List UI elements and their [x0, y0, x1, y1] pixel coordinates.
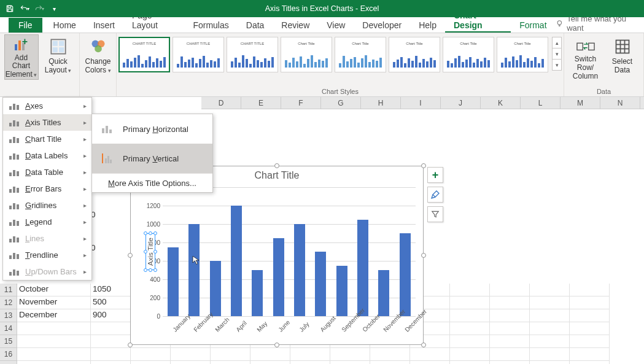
- col-header-N[interactable]: N: [600, 97, 640, 109]
- row-header-15[interactable]: 15: [0, 335, 17, 348]
- tab-format[interactable]: Format: [511, 18, 555, 33]
- cell[interactable]: December: [17, 309, 91, 322]
- cell[interactable]: [530, 296, 570, 309]
- resize-handle[interactable]: [421, 253, 426, 258]
- menu-chart-title[interactable]: Chart Title▸: [3, 131, 91, 147]
- cell[interactable]: [530, 322, 570, 335]
- bar-april[interactable]: [231, 206, 242, 316]
- tab-developer[interactable]: Developer: [354, 18, 410, 33]
- bar-november[interactable]: [378, 270, 389, 316]
- cell[interactable]: [490, 335, 530, 348]
- cell[interactable]: [530, 335, 570, 348]
- cell[interactable]: [17, 322, 91, 335]
- cell[interactable]: [370, 348, 410, 361]
- submenu-more-options[interactable]: More Axis Title Options...: [92, 174, 212, 192]
- resize-handle[interactable]: [128, 253, 133, 258]
- cell[interactable]: [570, 296, 610, 309]
- cell[interactable]: [450, 335, 490, 348]
- chart-style-1[interactable]: CHART TITLE: [118, 37, 170, 72]
- col-header-L[interactable]: L: [521, 97, 561, 109]
- bar-may[interactable]: [252, 270, 263, 316]
- cell[interactable]: 900: [91, 309, 131, 322]
- col-header-E[interactable]: E: [241, 97, 281, 109]
- cell[interactable]: [490, 361, 530, 364]
- bar-january[interactable]: [168, 247, 179, 317]
- col-header-H[interactable]: H: [361, 97, 401, 109]
- chart-style-6[interactable]: Chart Title: [389, 37, 440, 72]
- cell[interactable]: [211, 361, 250, 364]
- cell[interactable]: [330, 348, 370, 361]
- cell[interactable]: [91, 322, 131, 335]
- bar-series[interactable]: [163, 187, 416, 316]
- cell[interactable]: [17, 348, 91, 361]
- switch-row-column-button[interactable]: Switch Row/ Column: [568, 34, 603, 80]
- worksheet[interactable]: DEFGHIJKLMN 11121314151617 October1050No…: [0, 97, 644, 364]
- chart-elements-button[interactable]: +: [427, 167, 443, 183]
- menu-axes[interactable]: Axes▸: [3, 98, 91, 114]
- menu-error-bars[interactable]: Error Bars▸: [3, 180, 91, 197]
- resize-handle[interactable]: [128, 343, 133, 347]
- row-header-11[interactable]: 11: [0, 284, 17, 296]
- cell[interactable]: [91, 335, 131, 348]
- tab-file[interactable]: File: [9, 18, 42, 33]
- menu-legend[interactable]: Legend▸: [3, 214, 91, 230]
- cell[interactable]: [570, 348, 610, 361]
- cell[interactable]: [530, 348, 570, 361]
- submenu-primary-horizontal[interactable]: Primary Horizontal: [92, 114, 212, 144]
- row-header-17[interactable]: 17: [0, 361, 17, 364]
- chart-style-7[interactable]: Chart Title: [443, 37, 494, 72]
- tab-home[interactable]: Home: [45, 18, 85, 33]
- menu-data-table[interactable]: Data Table▸: [3, 164, 91, 180]
- cell[interactable]: [450, 361, 490, 364]
- cell[interactable]: [410, 361, 450, 364]
- bar-march[interactable]: [210, 261, 221, 316]
- cell[interactable]: [570, 335, 610, 348]
- tab-help[interactable]: Help: [410, 18, 445, 33]
- resize-handle[interactable]: [421, 163, 426, 168]
- col-header-I[interactable]: I: [401, 97, 441, 109]
- add-chart-element-button[interactable]: + Add Chart Element: [4, 34, 39, 80]
- col-header-F[interactable]: F: [281, 97, 321, 109]
- redo-button[interactable]: ▾: [32, 1, 47, 16]
- submenu-primary-vertical[interactable]: Primary Vertical: [92, 144, 212, 173]
- cell[interactable]: [131, 361, 171, 364]
- save-button[interactable]: [2, 1, 17, 16]
- cell[interactable]: [250, 348, 290, 361]
- plot-area[interactable]: 0200400600800100012001400 Axis Title: [163, 187, 416, 316]
- cell[interactable]: [450, 284, 490, 296]
- cell[interactable]: October: [17, 284, 91, 296]
- cell[interactable]: [370, 361, 410, 364]
- cell[interactable]: [450, 322, 490, 335]
- chart-filters-button[interactable]: [427, 206, 443, 222]
- cell[interactable]: [410, 348, 450, 361]
- chart-style-5[interactable]: Chart Title: [335, 37, 386, 72]
- cell[interactable]: [330, 361, 370, 364]
- bar-february[interactable]: [188, 224, 200, 316]
- bar-september[interactable]: [336, 266, 347, 317]
- change-colors-button[interactable]: Change Colors: [81, 34, 115, 80]
- bar-october[interactable]: [357, 220, 368, 317]
- chart-style-8[interactable]: Chart Title: [497, 37, 548, 72]
- cell[interactable]: [131, 348, 171, 361]
- cell[interactable]: [530, 284, 570, 296]
- tab-review[interactable]: Review: [273, 18, 318, 33]
- select-data-button[interactable]: Select Data: [605, 34, 640, 80]
- cell[interactable]: [250, 361, 290, 364]
- row-header-16[interactable]: 16: [0, 348, 17, 361]
- tab-data[interactable]: Data: [238, 18, 273, 33]
- tab-insert[interactable]: Insert: [85, 18, 123, 33]
- cell[interactable]: 500: [91, 296, 131, 309]
- gallery-more-button[interactable]: ▾: [552, 59, 562, 71]
- bar-august[interactable]: [315, 252, 326, 316]
- qat-customize-button[interactable]: ▾: [47, 1, 61, 16]
- cell[interactable]: [17, 335, 91, 348]
- row-header-13[interactable]: 13: [0, 309, 17, 322]
- cell[interactable]: [570, 322, 610, 335]
- row-header-14[interactable]: 14: [0, 322, 17, 335]
- cell[interactable]: [290, 361, 330, 364]
- menu-gridlines[interactable]: Gridlines▸: [3, 197, 91, 214]
- bar-december[interactable]: [400, 233, 411, 316]
- chart-style-2[interactable]: CHART TITLE: [173, 37, 224, 72]
- cell[interactable]: November: [17, 296, 91, 309]
- cell[interactable]: [530, 309, 570, 322]
